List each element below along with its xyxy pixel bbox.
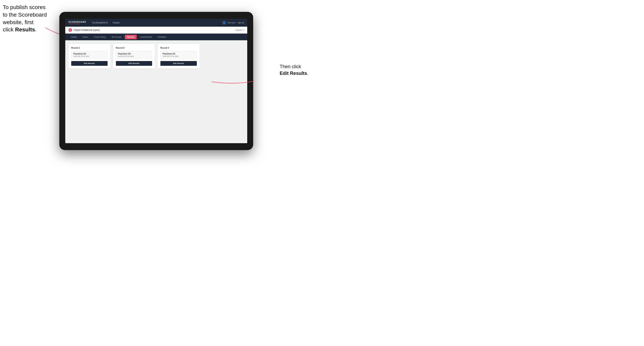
nav-teams[interactable]: TEAMS <box>112 22 120 24</box>
tab-course-setup[interactable]: Course Setup <box>92 35 108 39</box>
edit-results-round-2[interactable]: Edit Results <box>116 61 152 66</box>
sub-navigation: Details Teams Course Setup Tee Groups Re… <box>65 33 247 40</box>
instruction-left: To publish scores to the Scoreboard webs… <box>3 3 48 33</box>
round-3-card: Round 3 Peachtree GC Gold (M) (7010 yds)… <box>158 44 200 69</box>
tab-tee-groups[interactable]: Tee Groups <box>109 35 124 39</box>
tab-teams[interactable]: Teams <box>80 35 90 39</box>
tab-results[interactable]: Results <box>125 35 137 39</box>
rounds-grid: Round 1 Peachtree GC Gold (M) (7010 yds)… <box>68 44 244 69</box>
round-1-title: Round 1 <box>71 47 108 49</box>
content-area: Round 1 Peachtree GC Gold (M) (7010 yds)… <box>65 40 247 143</box>
user-icon: 👤 <box>222 21 226 24</box>
round-2-card: Round 2 Peachtree GC Gold (M) (7010 yds)… <box>113 44 155 69</box>
logo-sub: Powered by clippd <box>68 23 86 24</box>
tournament-name: Clippd Invitational (open) <box>74 29 100 31</box>
nav-tournaments[interactable]: TOURNAMENTS <box>92 22 108 24</box>
round-3-course-info: Peachtree GC Gold (M) (7010 yds) <box>160 51 197 59</box>
round-1-course-detail: Gold (M) (7010 yds) <box>74 55 106 57</box>
tournament-title-area: C Clippd Invitational (open) <box>68 28 100 32</box>
top-nav-links: TOURNAMENTS TEAMS <box>92 22 222 24</box>
top-navigation: SCOREBOARD Powered by clippd TOURNAMENTS… <box>65 19 247 27</box>
c-logo: C <box>68 28 72 32</box>
round-1-course-name: Peachtree GC <box>74 53 106 55</box>
edit-results-round-1[interactable]: Edit Results <box>71 61 108 66</box>
round-3-title: Round 3 <box>160 47 197 49</box>
sign-out-link[interactable]: Sign out <box>238 22 244 24</box>
tab-printables[interactable]: Printables <box>155 35 169 39</box>
tablet-device: SCOREBOARD Powered by clippd TOURNAMENTS… <box>59 12 253 150</box>
logo-text: SCOREBOARD <box>68 21 86 23</box>
tablet-screen: SCOREBOARD Powered by clippd TOURNAMENTS… <box>65 19 247 143</box>
logo-area: SCOREBOARD Powered by clippd <box>68 21 86 24</box>
instruction-right: Then click Edit Results. <box>280 63 317 76</box>
edit-results-round-3[interactable]: Edit Results <box>160 61 197 66</box>
tournament-header: C Clippd Invitational (open) Cancel ✕ <box>65 27 247 33</box>
round-1-course-info: Peachtree GC Gold (M) (7010 yds) <box>71 51 108 59</box>
cancel-button[interactable]: Cancel ✕ <box>236 29 244 31</box>
tab-details[interactable]: Details <box>68 35 79 39</box>
round-1-card: Round 1 Peachtree GC Gold (M) (7010 yds)… <box>68 44 110 69</box>
top-nav-right: 👤 Test User | Sign out <box>222 21 244 24</box>
round-2-course-detail: Gold (M) (7010 yds) <box>118 55 150 57</box>
round-2-course-name: Peachtree GC <box>118 53 150 55</box>
round-2-title: Round 2 <box>116 47 152 49</box>
round-4-empty <box>202 44 244 69</box>
tab-leaderboards[interactable]: Leaderboards <box>138 35 154 39</box>
round-3-course-detail: Gold (M) (7010 yds) <box>162 55 194 57</box>
round-3-course-name: Peachtree GC <box>162 53 194 55</box>
round-2-course-info: Peachtree GC Gold (M) (7010 yds) <box>116 51 152 59</box>
user-label: Test User | <box>228 22 236 24</box>
